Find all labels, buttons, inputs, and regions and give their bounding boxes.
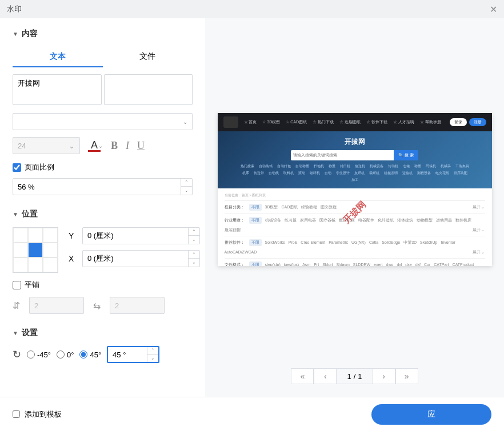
watermark-text-input-2[interactable]: [104, 74, 193, 105]
section-settings-label: 设置: [22, 328, 38, 338]
close-icon[interactable]: ✕: [490, 4, 497, 15]
preview-page: ☆ 首页☆ 3D模型☆ CAD图纸☆ 热门下载☆ 近期图纸☆ 软件下载☆ 人才招…: [218, 113, 492, 266]
position-center[interactable]: [28, 243, 43, 257]
bold-button[interactable]: B: [111, 140, 118, 152]
x-label: X: [69, 254, 77, 263]
page-indicator: 1/1: [337, 368, 372, 384]
spinner-up-icon[interactable]: ⌃: [181, 179, 192, 187]
font-family-select[interactable]: ⌄: [13, 113, 193, 130]
caret-down-icon: ▼: [13, 330, 18, 336]
tile-vertical-input: ⌃⌄: [29, 297, 84, 314]
spinner-down-icon[interactable]: ⌄: [181, 187, 192, 195]
rotate-neg45[interactable]: -45°: [27, 351, 51, 359]
page-prev-button[interactable]: ‹: [314, 368, 337, 384]
rotate-value-input[interactable]: ⌃⌄: [107, 346, 159, 363]
register-btn: 注册: [469, 118, 486, 126]
y-label: Y: [69, 231, 77, 240]
tile-checkbox[interactable]: 平铺: [13, 280, 193, 290]
font-size-value: 24: [18, 142, 26, 150]
rotate-0[interactable]: 0°: [57, 351, 74, 359]
section-settings[interactable]: ▼ 设置: [13, 328, 193, 338]
section-position-label: 位置: [22, 209, 38, 219]
preview-search-btn: 🔍 搜 索: [394, 150, 418, 160]
add-to-template-label: 添加到模板: [25, 409, 62, 420]
font-size-select[interactable]: 24 ⌄: [13, 137, 80, 154]
add-to-template-checkbox[interactable]: 添加到模板: [13, 409, 62, 420]
spinner-up-icon[interactable]: ⌃: [189, 228, 199, 236]
login-btn: 登录: [450, 118, 467, 126]
page-first-button[interactable]: «: [291, 368, 314, 384]
section-content[interactable]: ▼ 内容: [13, 29, 193, 39]
rotate-icon: ↻: [13, 348, 21, 361]
chevron-down-icon[interactable]: ⌄: [98, 143, 103, 149]
chevron-down-icon: ⌄: [183, 119, 187, 125]
page-ratio-label: 页面比例: [25, 162, 54, 172]
underline-button[interactable]: U: [137, 140, 145, 152]
spinner-down-icon[interactable]: ⌄: [189, 259, 199, 267]
tab-text[interactable]: 文本: [13, 47, 103, 67]
preview-site-title: 开拔网: [223, 137, 486, 147]
caret-down-icon: ▼: [13, 211, 18, 217]
tile-horizontal-input: ⌃⌄: [110, 297, 165, 314]
rotate-45[interactable]: 45°: [79, 351, 101, 359]
position-grid[interactable]: [13, 227, 58, 273]
page-last-button[interactable]: »: [395, 368, 418, 384]
section-position[interactable]: ▼ 位置: [13, 209, 193, 219]
page-ratio-input[interactable]: ⌃⌄: [13, 178, 193, 195]
spinner-up-icon[interactable]: ⌃: [189, 251, 199, 259]
spinner-down-icon[interactable]: ⌄: [147, 355, 158, 362]
spinner-up-icon[interactable]: ⌃: [147, 347, 158, 355]
italic-button[interactable]: I: [126, 140, 129, 152]
spinner-down-icon[interactable]: ⌄: [189, 236, 199, 244]
dialog-title: 水印: [7, 4, 22, 14]
chevron-down-icon: ⌄: [69, 142, 75, 150]
tab-file[interactable]: 文件: [103, 47, 193, 67]
preview-search: [291, 150, 394, 160]
page-next-button[interactable]: ›: [373, 368, 395, 384]
tile-vertical-icon: ⇵: [13, 300, 20, 311]
section-content-label: 内容: [22, 29, 38, 39]
tile-label: 平铺: [25, 280, 39, 290]
apply-button[interactable]: 应: [371, 404, 491, 425]
preview-breadcrumb: 当前位置：首页 > 图纸列表: [225, 193, 485, 200]
y-offset-input[interactable]: ⌃⌄: [82, 227, 200, 244]
x-offset-input[interactable]: ⌃⌄: [82, 250, 200, 267]
caret-down-icon: ▼: [13, 31, 18, 37]
watermark-text-input[interactable]: 开拔网: [13, 74, 102, 105]
tile-horizontal-icon: ⇆: [93, 300, 101, 311]
site-logo: [223, 116, 238, 128]
page-ratio-checkbox[interactable]: 页面比例: [13, 162, 193, 172]
